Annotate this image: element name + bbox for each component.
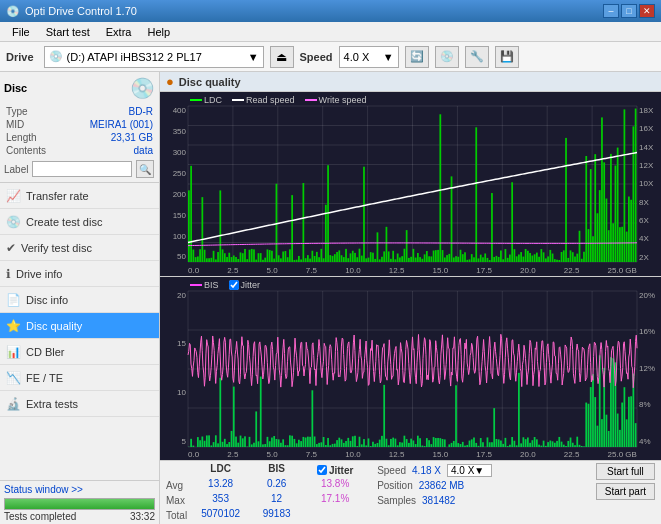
sidebar-menu: 📈 Transfer rate 💿 Create test disc ✔ Ver…	[0, 183, 159, 480]
speed-dropdown[interactable]: 4.0 X▼	[447, 464, 492, 477]
eject-button[interactable]: ⏏	[270, 46, 294, 68]
sidebar-item-extra-tests[interactable]: 🔬 Extra tests	[0, 391, 159, 417]
speed-label: Speed	[300, 51, 333, 63]
sidebar-item-create-test-disc[interactable]: 💿 Create test disc	[0, 209, 159, 235]
sidebar-item-label: CD Bler	[26, 346, 65, 358]
status-bar-container: Status window >> Tests completed 33:32	[0, 480, 159, 524]
speed-dropdown-val: 4.0 X	[451, 465, 474, 476]
refresh-button[interactable]: 🔄	[405, 46, 429, 68]
disc-quality-icon: ●	[166, 74, 174, 89]
position-row: Position 23862 MB	[377, 478, 580, 492]
lower-chart-legend: BIS Jitter	[190, 280, 260, 290]
status-window-button[interactable]: Status window >>	[4, 483, 155, 496]
stats-row-labels: Avg Max Total	[166, 463, 187, 522]
jitter-stats-checkbox[interactable]	[317, 465, 327, 475]
sidebar-item-label: Disc quality	[26, 320, 82, 332]
disc-quality-title: Disc quality	[179, 76, 241, 88]
menu-file[interactable]: File	[4, 24, 38, 40]
read-speed-legend-label: Read speed	[246, 95, 295, 105]
jitter-total	[305, 508, 365, 522]
sidebar-item-fe-te[interactable]: 📉 FE / TE	[0, 365, 159, 391]
drive-dropdown-icon: ▼	[248, 51, 259, 63]
jitter-avg: 13.8%	[305, 478, 365, 492]
disc-info-button[interactable]: 💿	[435, 46, 459, 68]
disc-panel-title: Disc	[4, 82, 27, 94]
sidebar-item-cd-bler[interactable]: 📊 CD Bler	[0, 339, 159, 365]
maximize-button[interactable]: □	[621, 4, 637, 18]
progress-bar-inner	[5, 499, 154, 509]
upper-chart-legend: LDC Read speed Write speed	[190, 95, 366, 105]
app-icon: 💿	[6, 5, 20, 18]
speed-value: 4.0 X	[344, 51, 370, 63]
app-title: Opti Drive Control 1.70	[25, 5, 137, 17]
bis-legend-label: BIS	[204, 280, 219, 290]
cd-bler-icon: 📊	[6, 345, 21, 359]
bis-legend-color	[190, 284, 202, 286]
sidebar-item-disc-info[interactable]: 📄 Disc info	[0, 287, 159, 313]
jitter-legend: Jitter	[229, 280, 261, 290]
menu-extra[interactable]: Extra	[98, 24, 140, 40]
start-full-button[interactable]: Start full	[596, 463, 655, 480]
contents-label: Contents	[6, 145, 65, 156]
disc-info-table: Type BD-R MID MEIRA1 (001) Length 23,31 …	[4, 104, 155, 158]
disc-quality-icon: ⭐	[6, 319, 21, 333]
speed-select[interactable]: 4.0 X ▼	[339, 46, 399, 68]
progress-container: Tests completed 33:32	[4, 498, 155, 522]
jitter-col-header: Jitter	[305, 463, 365, 477]
sidebar-item-label: Transfer rate	[26, 190, 89, 202]
menu-help[interactable]: Help	[139, 24, 178, 40]
lower-chart-canvas	[160, 277, 661, 461]
label-button[interactable]: 🔍	[136, 160, 154, 178]
write-speed-legend-label: Write speed	[319, 95, 367, 105]
read-speed-legend: Read speed	[232, 95, 295, 105]
disc-panel: Disc 💿 Type BD-R MID MEIRA1 (001) Length…	[0, 72, 159, 183]
create-test-disc-icon: 💿	[6, 215, 21, 229]
sidebar-item-disc-quality[interactable]: ⭐ Disc quality	[0, 313, 159, 339]
ldc-legend-color	[190, 99, 202, 101]
ldc-legend-label: LDC	[204, 95, 222, 105]
contents-value: data	[67, 145, 153, 156]
mid-label: MID	[6, 119, 65, 130]
extra-tests-icon: 🔬	[6, 397, 21, 411]
drive-label: Drive	[6, 51, 34, 63]
status-row: Tests completed 33:32	[4, 511, 155, 522]
title-bar: 💿 Opti Drive Control 1.70 – □ ✕	[0, 0, 661, 22]
mid-value: MEIRA1 (001)	[67, 119, 153, 130]
jitter-checkbox[interactable]	[229, 280, 239, 290]
title-bar-controls: – □ ✕	[603, 4, 655, 18]
sidebar-item-verify-test-disc[interactable]: ✔ Verify test disc	[0, 235, 159, 261]
length-label: Length	[6, 132, 65, 143]
label-input[interactable]	[32, 161, 132, 177]
samples-row: Samples 381482	[377, 493, 580, 507]
sidebar-item-drive-info[interactable]: ℹ Drive info	[0, 261, 159, 287]
minimize-button[interactable]: –	[603, 4, 619, 18]
speed-dropdown-icon: ▼	[383, 51, 394, 63]
transfer-rate-icon: 📈	[6, 189, 21, 203]
menu-start-test[interactable]: Start test	[38, 24, 98, 40]
type-value: BD-R	[67, 106, 153, 117]
upper-chart: LDC Read speed Write speed 400 350 30	[160, 92, 661, 277]
sidebar: Disc 💿 Type BD-R MID MEIRA1 (001) Length…	[0, 72, 160, 524]
disc-info-icon: 📄	[6, 293, 21, 307]
settings-button[interactable]: 🔧	[465, 46, 489, 68]
content-area: ● Disc quality LDC Read speed	[160, 72, 661, 524]
ldc-max: 353	[193, 493, 248, 507]
samples-val: 381482	[422, 495, 455, 506]
label-row: Label 🔍	[4, 160, 155, 178]
start-part-button[interactable]: Start part	[596, 483, 655, 500]
lower-chart: BIS Jitter 20 15 10 5 20%	[160, 277, 661, 461]
drive-select[interactable]: 💿 (D:) ATAPI iHBS312 2 PL17 ▼	[44, 46, 264, 68]
position-val: 23862 MB	[419, 480, 465, 491]
save-button[interactable]: 💾	[495, 46, 519, 68]
jitter-stats-col: Jitter 13.8% 17.1%	[305, 463, 365, 522]
sidebar-item-label: Verify test disc	[21, 242, 92, 254]
ldc-stats-col: LDC 13.28 353 5070102	[193, 463, 248, 522]
progress-bar-outer	[4, 498, 155, 510]
sidebar-item-transfer-rate[interactable]: 📈 Transfer rate	[0, 183, 159, 209]
sidebar-item-label: Extra tests	[26, 398, 78, 410]
jitter-legend-label: Jitter	[241, 280, 261, 290]
sidebar-item-label: Disc info	[26, 294, 68, 306]
drive-value: (D:) ATAPI iHBS312 2 PL17	[67, 51, 202, 63]
close-button[interactable]: ✕	[639, 4, 655, 18]
stats-bar: Avg Max Total LDC 13.28 353 5070102 BIS …	[160, 460, 661, 524]
